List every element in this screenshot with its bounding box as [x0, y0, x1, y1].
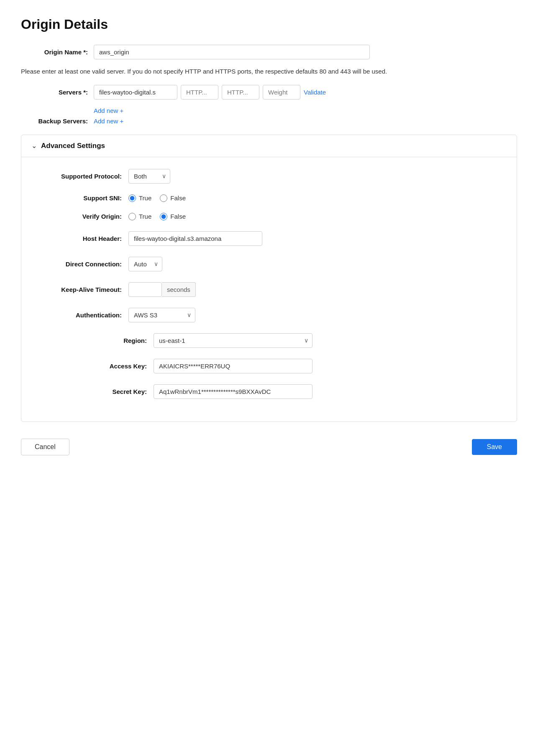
- bottom-bar: Cancel Save: [21, 434, 517, 455]
- support-sni-false-radio[interactable]: [160, 194, 167, 202]
- support-sni-true-radio[interactable]: [128, 194, 136, 202]
- chevron-down-icon: ⌄: [31, 142, 37, 150]
- direct-connection-select[interactable]: Auto Yes No: [128, 257, 162, 271]
- server-https-input[interactable]: [222, 85, 259, 100]
- supported-protocol-select-wrapper: Both HTTP HTTPS: [128, 169, 170, 184]
- region-row: Region: us-east-1 us-west-1 us-west-2 eu…: [63, 333, 500, 348]
- keep-alive-input[interactable]: [128, 282, 162, 297]
- authentication-row: Authentication: AWS S3 None Basic: [38, 308, 500, 322]
- seconds-label: seconds: [162, 282, 196, 297]
- support-sni-radio-group: True False: [128, 194, 186, 202]
- direct-connection-label: Direct Connection:: [38, 261, 122, 268]
- add-new-server-link[interactable]: Add new +: [94, 107, 517, 114]
- access-key-row: Access Key:: [63, 359, 500, 373]
- support-sni-true-label[interactable]: True: [128, 194, 151, 202]
- secret-key-input[interactable]: [154, 384, 313, 399]
- page-title: Origin Details: [21, 17, 517, 32]
- support-sni-true-text: True: [139, 194, 151, 202]
- supported-protocol-row: Supported Protocol: Both HTTP HTTPS: [38, 169, 500, 184]
- verify-origin-false-radio[interactable]: [160, 213, 167, 220]
- save-button[interactable]: Save: [472, 439, 517, 455]
- host-header-row: Host Header:: [38, 231, 500, 246]
- access-key-label: Access Key:: [63, 363, 147, 370]
- add-new-backup-server-link[interactable]: Add new +: [94, 117, 123, 125]
- keep-alive-timeout-label: Keep-Alive Timeout:: [38, 286, 122, 293]
- support-sni-false-text: False: [170, 194, 186, 202]
- advanced-settings-panel: ⌄ Advanced Settings Supported Protocol: …: [21, 135, 517, 422]
- verify-origin-radio-group: True False: [128, 213, 186, 220]
- supported-protocol-select[interactable]: Both HTTP HTTPS: [128, 169, 170, 184]
- keep-alive-row: seconds: [128, 282, 196, 297]
- keep-alive-timeout-row: Keep-Alive Timeout: seconds: [38, 282, 500, 297]
- authentication-select-wrapper: AWS S3 None Basic: [128, 308, 195, 322]
- info-text: Please enter at least one valid server. …: [21, 67, 517, 77]
- origin-name-input[interactable]: [94, 45, 370, 59]
- validate-link[interactable]: Validate: [304, 89, 326, 96]
- authentication-label: Authentication:: [38, 312, 122, 319]
- advanced-settings-title: Advanced Settings: [41, 142, 105, 150]
- backup-servers-label: Backup Servers:: [21, 117, 88, 125]
- verify-origin-true-text: True: [139, 213, 151, 220]
- region-label: Region:: [63, 337, 147, 344]
- host-header-label: Host Header:: [38, 235, 122, 242]
- authentication-select[interactable]: AWS S3 None Basic: [128, 308, 195, 322]
- verify-origin-label: Verify Origin:: [38, 213, 122, 220]
- advanced-settings-body: Supported Protocol: Both HTTP HTTPS Supp…: [21, 157, 517, 421]
- support-sni-label: Support SNI:: [38, 194, 122, 202]
- secret-key-label: Secret Key:: [63, 388, 147, 395]
- origin-name-label: Origin Name *:: [21, 49, 88, 56]
- server-weight-input[interactable]: [263, 85, 300, 100]
- server-http-input[interactable]: [181, 85, 218, 100]
- verify-origin-false-text: False: [170, 213, 186, 220]
- verify-origin-false-label[interactable]: False: [160, 213, 186, 220]
- verify-origin-true-radio[interactable]: [128, 213, 136, 220]
- servers-label: Servers *:: [21, 89, 88, 96]
- support-sni-row: Support SNI: True False: [38, 194, 500, 202]
- support-sni-false-label[interactable]: False: [160, 194, 186, 202]
- direct-connection-select-wrapper: Auto Yes No: [128, 257, 162, 271]
- server-main-input[interactable]: [94, 85, 177, 100]
- region-select-wrapper: us-east-1 us-west-1 us-west-2 eu-west-1: [154, 333, 313, 348]
- advanced-settings-header[interactable]: ⌄ Advanced Settings: [21, 135, 517, 157]
- access-key-input[interactable]: [154, 359, 313, 373]
- verify-origin-row: Verify Origin: True False: [38, 213, 500, 220]
- region-select[interactable]: us-east-1 us-west-1 us-west-2 eu-west-1: [154, 333, 313, 348]
- servers-row: Validate: [94, 85, 326, 100]
- host-header-input[interactable]: [128, 231, 262, 246]
- secret-key-row: Secret Key:: [63, 384, 500, 399]
- verify-origin-true-label[interactable]: True: [128, 213, 151, 220]
- supported-protocol-label: Supported Protocol:: [38, 173, 122, 180]
- direct-connection-row: Direct Connection: Auto Yes No: [38, 257, 500, 271]
- cancel-button[interactable]: Cancel: [21, 439, 69, 455]
